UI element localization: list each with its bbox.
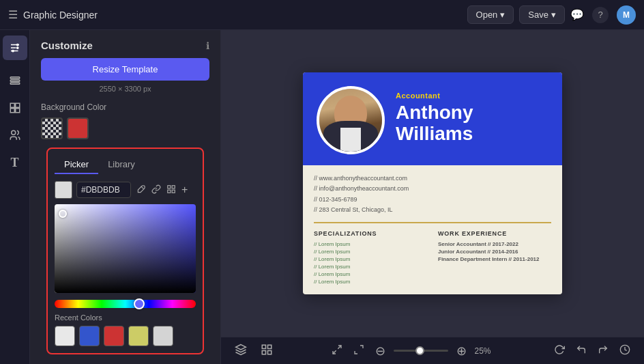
zoom-handle [415,346,424,355]
spec-item-1: // Lorem Ipsum [314,241,427,247]
gradient-handle[interactable] [59,210,67,218]
info-icon[interactable]: ℹ [206,40,209,51]
add-icon[interactable]: + [180,182,189,197]
canvas-area: Accountant Anthony Williams // www.antho… [221,30,644,364]
help-icon[interactable]: ? [592,7,609,23]
tab-library[interactable]: Library [98,156,145,174]
history-icon[interactable] [617,341,633,361]
icon-sidebar: T [0,30,30,364]
resume-name: Anthony Williams [396,102,548,145]
recent-swatch-blue[interactable] [79,326,100,346]
grid-icon[interactable] [165,183,177,197]
hex-input[interactable] [76,182,131,198]
save-button[interactable]: Save ▾ [519,5,565,24]
eyedropper-icon[interactable] [135,183,147,197]
link-icon[interactable] [150,183,162,197]
hex-actions: + [135,182,189,197]
svg-rect-20 [262,345,265,348]
tab-picker[interactable]: Picker [55,156,98,174]
expand-icon[interactable] [351,341,367,361]
recent-swatches [55,326,196,346]
chat-icon[interactable]: 💬 [570,8,584,21]
svg-rect-17 [168,190,171,193]
resume-work-col: WORK EXPERIENCE Senior Accountant // 201… [438,230,551,286]
color-swatches [41,117,209,139]
color-gradient[interactable] [55,204,196,293]
svg-point-3 [16,44,18,46]
sidebar-item-grid[interactable] [3,96,27,120]
template-size: 2550 × 3300 px [30,85,220,93]
toolbar-right [551,341,633,361]
toolbar-left [232,341,276,361]
svg-line-25 [333,350,336,354]
bg-color-section: Background Color Picker Library [30,102,220,363]
resume-photo [317,86,385,154]
svg-rect-16 [172,185,175,188]
layers-toolbar-icon[interactable] [232,341,250,361]
red-swatch[interactable] [67,117,89,139]
open-button[interactable]: Open ▾ [467,5,514,24]
svg-rect-9 [10,103,14,107]
sidebar-item-customize[interactable] [3,36,27,60]
hex-swatch [55,181,72,199]
svg-rect-23 [268,350,272,354]
resume-name-section: Accountant Anthony Williams [396,86,548,145]
grid-toolbar-icon[interactable] [258,341,276,361]
work-item-2: Junior Accountant // 2014-2016 [438,249,551,255]
svg-rect-7 [10,80,20,81]
menu-icon[interactable]: ☰ [8,8,18,21]
main: T Customize ℹ Resize Template 2550 × 330… [0,30,644,364]
picker-tabs: Picker Library [55,156,196,174]
canvas-content: Accountant Anthony Williams // www.antho… [221,30,644,337]
refresh-icon[interactable] [551,341,568,361]
spec-item-3: // Lorem Ipsum [314,256,427,262]
resume-sections: SPECIALIZATIONS // Lorem Ipsum // Lorem … [314,230,551,286]
recent-swatch-white[interactable] [55,326,75,346]
fit-icon[interactable] [329,341,345,361]
recent-swatch-red[interactable] [104,326,124,346]
spec-item-4: // Lorem Ipsum [314,264,427,270]
recent-swatch-lightgray[interactable] [153,326,173,346]
resize-template-button[interactable]: Resize Template [41,58,209,81]
resume-contact: // www.anthonytheaccountant.com // info@… [314,173,551,215]
zoom-slider[interactable] [394,350,448,352]
sidebar-item-users[interactable] [3,123,27,148]
svg-line-14 [141,186,144,188]
spec-item-2: // Lorem Ipsum [314,249,427,255]
svg-marker-19 [236,344,246,350]
svg-point-13 [11,130,15,135]
work-item-1: Senior Accountant // 2017-2022 [438,241,551,247]
hue-slider[interactable] [55,300,196,308]
sidebar-item-layers[interactable] [3,68,27,93]
undo-icon[interactable] [573,341,589,361]
work-title: WORK EXPERIENCE [438,230,551,237]
transparent-swatch[interactable] [41,117,63,139]
bottom-toolbar: ⊖ ⊕ 25% [221,337,644,364]
panel-header: Customize ℹ [30,30,220,58]
svg-rect-21 [268,345,272,348]
topbar: ☰ Graphic Designer Open ▾ Save ▾ 💬 ? M [0,0,644,30]
resume-header: Accountant Anthony Williams [303,72,562,165]
specializations-title: SPECIALIZATIONS [314,230,427,237]
panel-title: Customize [41,40,93,51]
recent-swatch-yellow[interactable] [128,326,149,346]
svg-point-5 [12,50,14,53]
resume-card: Accountant Anthony Williams // www.antho… [303,72,562,294]
avatar[interactable]: M [617,5,636,25]
zoom-percent: 25% [475,346,499,356]
svg-rect-18 [172,190,175,193]
svg-rect-6 [10,77,20,79]
svg-rect-12 [15,109,19,113]
spec-item-6: // Lorem Ipsum [314,279,427,285]
hue-handle [134,298,145,309]
sidebar-item-text[interactable]: T [3,150,27,175]
svg-rect-22 [262,350,265,354]
svg-line-24 [338,346,341,349]
redo-icon[interactable] [595,341,611,361]
resume-body: // www.anthonytheaccountant.com // info@… [303,165,562,294]
app-title: Graphic Designer [23,10,98,20]
zoom-out-icon[interactable]: ⊖ [372,341,388,361]
zoom-in-icon[interactable]: ⊕ [454,341,469,361]
svg-point-4 [16,46,18,49]
toolbar-center: ⊖ ⊕ 25% [329,341,499,361]
